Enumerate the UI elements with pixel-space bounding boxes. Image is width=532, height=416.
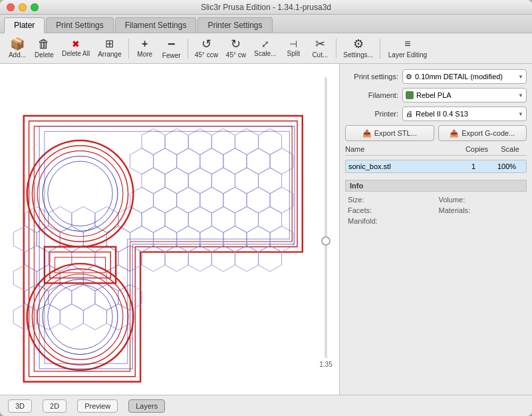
printer-value: Rebel II 0.4 S13	[416, 110, 518, 118]
view-2d-button[interactable]: 2D	[43, 399, 66, 413]
rotate-ccw-button[interactable]: ↺ 45° ccw	[192, 37, 221, 60]
rotate-cw-button[interactable]: ↻ 45° cw	[223, 37, 249, 60]
layer-editing-button[interactable]: ≡ Layer Editing	[384, 37, 431, 60]
manifold-info: Manifold:	[348, 217, 434, 225]
view-3d-button[interactable]: 3D	[8, 399, 32, 413]
print-settings-value: 0.10mm DETAIL (modified)	[415, 73, 518, 81]
print-settings-label: Print settings:	[345, 73, 398, 81]
more-button[interactable]: + More	[133, 37, 157, 59]
layer-slider[interactable]: 1.35	[319, 77, 332, 368]
print-settings-arrow-icon: ▼	[518, 74, 523, 80]
canvas-area[interactable]: 1.35	[0, 64, 339, 395]
view-layers-button[interactable]: Layers	[128, 399, 165, 413]
info-header: Info	[345, 180, 527, 192]
app-window: Slic3r Prusa Edition - 1.34.1-prusa3d Pl…	[0, 0, 532, 416]
delete-all-button[interactable]: ✖ Delete All	[59, 38, 92, 59]
object-copies: 1	[457, 162, 490, 170]
fewer-button[interactable]: − Fewer	[160, 36, 184, 61]
export-gcode-icon: 📤	[450, 129, 459, 138]
window-title: Slic3r Prusa Edition - 1.34.1-prusa3d	[201, 3, 331, 12]
filament-label: Filament:	[345, 91, 398, 99]
object-list: sonic_box.stl 1 100%	[345, 160, 527, 173]
export-stl-button[interactable]: 📤 Export STL...	[345, 125, 434, 141]
slider-thumb[interactable]	[321, 236, 331, 246]
settings-gear-icon: ⚙	[406, 73, 412, 81]
volume-info: Volume:	[439, 196, 525, 204]
filament-row: Filament: Rebel PLA ▼	[345, 88, 527, 103]
close-button[interactable]	[7, 3, 15, 11]
maximize-button[interactable]	[31, 3, 39, 11]
materials-info: Materials:	[439, 206, 525, 214]
canvas-svg	[0, 64, 339, 395]
settings-icon: ⚙	[353, 38, 364, 50]
scale-icon: ⤢	[261, 39, 269, 49]
scale-button[interactable]: ⤢ Scale...	[251, 38, 279, 59]
tab-print-settings[interactable]: Print Settings	[46, 17, 113, 33]
layer-editing-icon: ≡	[404, 38, 410, 50]
arrange-button[interactable]: ⊞ Arrange	[95, 37, 124, 59]
header-scale: Scale	[493, 145, 527, 153]
export-stl-icon: 📤	[362, 129, 372, 138]
fewer-icon: −	[168, 37, 176, 51]
facets-info: Facets:	[348, 206, 434, 214]
titlebar: Slic3r Prusa Edition - 1.34.1-prusa3d	[0, 0, 532, 15]
more-icon: +	[142, 39, 148, 49]
toolbar-divider-3	[336, 39, 336, 59]
object-list-header: Name Copies Scale	[345, 145, 527, 156]
size-info: Size:	[348, 196, 434, 204]
add-button[interactable]: 📦 Add...	[5, 37, 29, 60]
toolbar-divider-4	[380, 39, 380, 59]
print-settings-select[interactable]: ⚙ 0.10mm DETAIL (modified) ▼	[402, 69, 527, 84]
window-controls	[7, 3, 39, 11]
main-content: 1.35 Print settings: ⚙ 0.10mm DETAIL (mo…	[0, 64, 532, 395]
rotate-cw-icon: ↻	[231, 38, 241, 50]
filament-arrow-icon: ▼	[518, 93, 523, 99]
arrange-icon: ⊞	[105, 39, 114, 49]
object-row[interactable]: sonic_box.stl 1 100%	[346, 160, 526, 172]
printer-row: Printer: 🖨 Rebel II 0.4 S13 ▼	[345, 106, 527, 121]
minimize-button[interactable]	[19, 3, 27, 11]
object-name: sonic_box.stl	[348, 162, 457, 170]
right-panel: Print settings: ⚙ 0.10mm DETAIL (modifie…	[339, 64, 532, 395]
cut-icon: ✂	[315, 38, 325, 50]
printer-icon: 🖨	[406, 110, 413, 118]
toolbar-divider-1	[128, 39, 129, 59]
toolbar-divider-2	[188, 39, 188, 59]
tab-plater[interactable]: Plater	[4, 17, 45, 33]
header-name: Name	[345, 145, 460, 153]
info-section: Info Size: Volume: Facets:	[345, 180, 527, 229]
facets-label: Facets:	[348, 206, 372, 214]
object-scale: 100%	[490, 162, 523, 170]
tab-printer-settings[interactable]: Printer Settings	[198, 17, 272, 33]
view-preview-button[interactable]: Preview	[77, 399, 118, 413]
split-icon: ⊣	[289, 39, 297, 49]
slider-value: 1.35	[319, 361, 332, 368]
export-gcode-button[interactable]: 📤 Export G-code...	[438, 125, 527, 141]
cut-button[interactable]: ✂ Cut...	[308, 37, 332, 60]
tab-filament-settings[interactable]: Filament Settings	[115, 17, 197, 33]
toolbar: 📦 Add... 🗑 Delete ✖ Delete All ⊞ Arrange…	[0, 33, 532, 64]
print-settings-row: Print settings: ⚙ 0.10mm DETAIL (modifie…	[345, 69, 527, 84]
size-label: Size:	[348, 196, 364, 204]
printer-arrow-icon: ▼	[518, 111, 523, 117]
bottom-bar: 3D 2D Preview Layers	[0, 395, 532, 416]
tabbar: Plater Print Settings Filament Settings …	[0, 15, 532, 33]
header-copies: Copies	[460, 145, 493, 153]
export-row: 📤 Export STL... 📤 Export G-code...	[345, 125, 527, 141]
delete-icon: 🗑	[38, 38, 50, 50]
settings-button[interactable]: ⚙ Settings...	[340, 37, 375, 60]
filament-color-dot	[406, 91, 414, 99]
info-grid: Size: Volume: Facets: Materials:	[345, 192, 527, 229]
delete-button[interactable]: 🗑 Delete	[32, 37, 57, 60]
filament-select[interactable]: Rebel PLA ▼	[402, 88, 527, 103]
volume-label: Volume:	[439, 196, 466, 204]
printer-label: Printer:	[345, 110, 398, 118]
filament-value: Rebel PLA	[416, 91, 518, 99]
add-icon: 📦	[10, 38, 25, 50]
materials-label: Materials:	[439, 206, 471, 214]
printer-select[interactable]: 🖨 Rebel II 0.4 S13 ▼	[402, 106, 527, 121]
delete-all-icon: ✖	[72, 39, 80, 49]
slider-track	[325, 77, 327, 358]
rotate-ccw-icon: ↺	[201, 38, 211, 50]
split-button[interactable]: ⊣ Split	[281, 38, 305, 59]
